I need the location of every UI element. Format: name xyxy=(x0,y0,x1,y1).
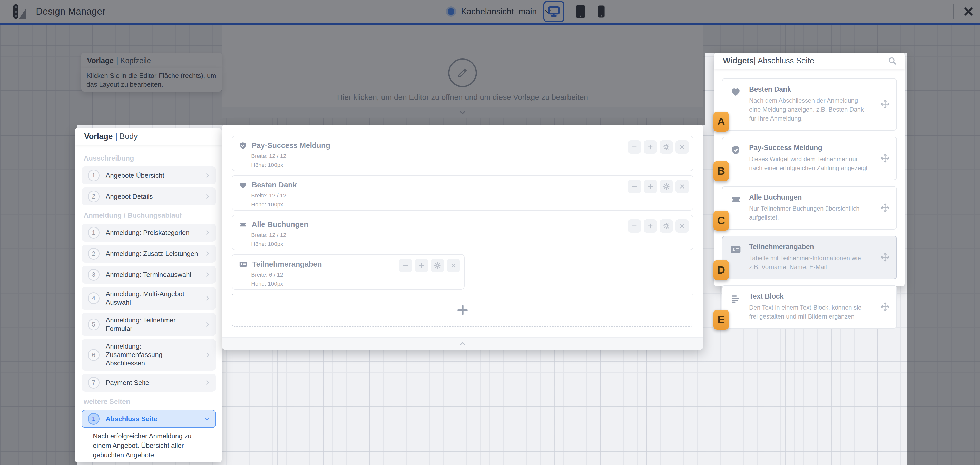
ticket-icon xyxy=(730,194,741,205)
remove-widget-button[interactable] xyxy=(676,219,689,233)
body-title-bold: Vorlage xyxy=(84,132,113,141)
vorlage-body-panel: Vorlage | Body Ausschreibung 1 Angebote … xyxy=(75,128,222,462)
chevron-right-icon xyxy=(204,193,211,200)
move-arrows-icon xyxy=(880,203,890,213)
search-button[interactable] xyxy=(888,56,897,65)
library-widget-description: Nur Teilnehmer Buchungen übersichtlich a… xyxy=(749,204,871,222)
widget-card-title: Pay-Success Meldung xyxy=(252,141,330,150)
library-widget-title: Teilnehmerangaben xyxy=(749,243,871,251)
minus-icon xyxy=(402,262,409,269)
plus-icon xyxy=(647,223,654,229)
settings-button[interactable] xyxy=(660,180,673,193)
page-item-abschluss-seite-selected[interactable]: 1 Abschluss Seite xyxy=(81,410,216,428)
page-item-multi-angebot[interactable]: 4 Anmeldung: Multi-Angebot Auswahl xyxy=(81,287,216,310)
overlay-dim-right xyxy=(907,52,980,465)
item-number-badge: 2 xyxy=(88,190,100,202)
widget-card-alle-buchungen[interactable]: Alle Buchungen Breite: 12 / 12 Höhe: 100… xyxy=(232,215,694,250)
drag-handle[interactable] xyxy=(874,153,896,163)
plus-icon xyxy=(456,303,469,317)
widget-card-height: Höhe: 100px xyxy=(251,281,457,287)
chevron-right-icon xyxy=(204,352,211,358)
page-item-angebot-details[interactable]: 2 Angebot Details xyxy=(81,187,216,205)
drag-key-badge: A xyxy=(713,111,729,132)
settings-button[interactable] xyxy=(431,259,444,272)
heart-icon xyxy=(730,86,741,97)
page-item-termineauswahl[interactable]: 3 Anmeldung: Termineauswahl xyxy=(81,266,216,284)
item-label: Anmeldung: Teilnehmer Formular xyxy=(106,316,202,333)
page-item-angebote-uebersicht[interactable]: 1 Angebote Übersicht xyxy=(81,167,216,184)
chevron-right-icon xyxy=(204,271,211,278)
library-widget-title: Text Block xyxy=(749,292,871,300)
plus-icon xyxy=(647,183,654,190)
overlay-dim-top xyxy=(0,0,705,125)
decrease-width-button[interactable] xyxy=(399,259,412,272)
shield-check-icon xyxy=(730,145,741,156)
drag-handle[interactable] xyxy=(874,302,896,312)
item-label: Angebot Details xyxy=(106,192,153,201)
section-label-anmeldung: Anmeldung / Buchungsablauf xyxy=(84,212,216,219)
gear-icon xyxy=(663,143,670,151)
item-number-badge: 6 xyxy=(88,349,100,361)
drag-handle[interactable] xyxy=(874,99,896,109)
library-widget-description: Dieses Widget wird dem Teilnehmer nur na… xyxy=(749,154,871,172)
library-widget-description: Den Text in einem Text-Block, können sie… xyxy=(749,303,871,321)
chevron-right-icon xyxy=(204,295,211,302)
widget-card-besten-dank[interactable]: Besten Dank Breite: 12 / 12 Höhe: 100px xyxy=(232,175,694,211)
increase-width-button[interactable] xyxy=(415,259,428,272)
library-widget-text-block[interactable]: Text Block Den Text in einem Text-Block,… xyxy=(722,285,897,329)
item-number-badge: 1 xyxy=(88,227,100,238)
settings-button[interactable] xyxy=(660,219,673,233)
widgets-library-panel: Widgets | Abschluss Seite Besten Dank Na… xyxy=(714,52,905,286)
chevron-right-icon xyxy=(204,250,211,257)
add-widget-dropzone[interactable] xyxy=(232,294,694,327)
library-widget-teilnehmerangaben[interactable]: Teilnehmerangaben Tabelle mit Teilnehmer… xyxy=(722,236,897,279)
x-icon xyxy=(679,223,685,229)
widgets-list: Besten Dank Nach dem Abschliessen der An… xyxy=(714,69,905,329)
library-widget-besten-dank[interactable]: Besten Dank Nach dem Abschliessen der An… xyxy=(722,78,897,130)
id-card-icon xyxy=(730,244,741,255)
settings-button[interactable] xyxy=(660,140,673,154)
move-arrows-icon xyxy=(880,252,890,262)
x-icon xyxy=(450,262,457,268)
plus-icon xyxy=(647,144,654,150)
page-item-zusammenfassung[interactable]: 6 Anmeldung: Zusammenfassung Abschliesse… xyxy=(81,339,216,371)
item-label: Anmeldung: Zusatz-Leistungen xyxy=(106,249,198,258)
item-number-badge: 4 xyxy=(88,292,100,304)
decrease-width-button[interactable] xyxy=(628,180,641,193)
library-widget-alle-buchungen[interactable]: Alle Buchungen Nur Teilnehmer Buchungen … xyxy=(722,186,897,230)
page-item-preiskategorien[interactable]: 1 Anmeldung: Preiskategorien xyxy=(81,224,216,241)
layout-editor-panel: Pay-Success Meldung Breite: 12 / 12 Höhe… xyxy=(222,125,703,349)
widget-card-width: Breite: 12 / 12 xyxy=(251,232,686,238)
ticket-icon xyxy=(239,221,247,229)
chevron-right-icon xyxy=(204,229,211,236)
increase-width-button[interactable] xyxy=(644,180,657,193)
page-item-teilnehmer-formular[interactable]: 5 Anmeldung: Teilnehmer Formular xyxy=(81,313,216,336)
section-label-ausschreibung: Ausschreibung xyxy=(84,154,216,162)
widget-card-title: Besten Dank xyxy=(252,181,297,189)
library-widget-title: Alle Buchungen xyxy=(749,194,871,202)
library-widget-description: Tabelle mit Teilnehmer-Informationen wie… xyxy=(749,253,871,271)
drag-handle[interactable] xyxy=(874,252,896,262)
remove-widget-button[interactable] xyxy=(676,180,689,193)
widget-card-teilnehmerangaben[interactable]: Teilnehmerangaben Breite: 6 / 12 Höhe: 1… xyxy=(232,254,465,290)
increase-width-button[interactable] xyxy=(644,140,657,154)
library-widget-pay-success[interactable]: Pay-Success Meldung Dieses Widget wird d… xyxy=(722,137,897,180)
item-label: Anmeldung: Multi-Angebot Auswahl xyxy=(106,290,193,307)
remove-widget-button[interactable] xyxy=(676,140,689,154)
shield-check-icon xyxy=(239,141,247,150)
decrease-width-button[interactable] xyxy=(628,140,641,154)
gear-icon xyxy=(434,262,441,269)
gear-icon xyxy=(663,183,670,190)
decrease-width-button[interactable] xyxy=(628,219,641,233)
page-item-payment-seite[interactable]: 7 Payment Seite xyxy=(81,374,216,392)
page-item-zusatz-leistungen[interactable]: 2 Anmeldung: Zusatz-Leistungen xyxy=(81,245,216,263)
minus-icon xyxy=(631,183,638,190)
widget-card-height: Höhe: 100px xyxy=(251,162,686,168)
editor-collapse-bar[interactable] xyxy=(222,337,703,349)
remove-widget-button[interactable] xyxy=(447,259,460,272)
widgets-panel-title: Widgets | Abschluss Seite xyxy=(714,52,905,69)
increase-width-button[interactable] xyxy=(644,219,657,233)
minus-icon xyxy=(631,223,638,229)
drag-handle[interactable] xyxy=(874,203,896,213)
widget-card-pay-success[interactable]: Pay-Success Meldung Breite: 12 / 12 Höhe… xyxy=(232,136,694,171)
